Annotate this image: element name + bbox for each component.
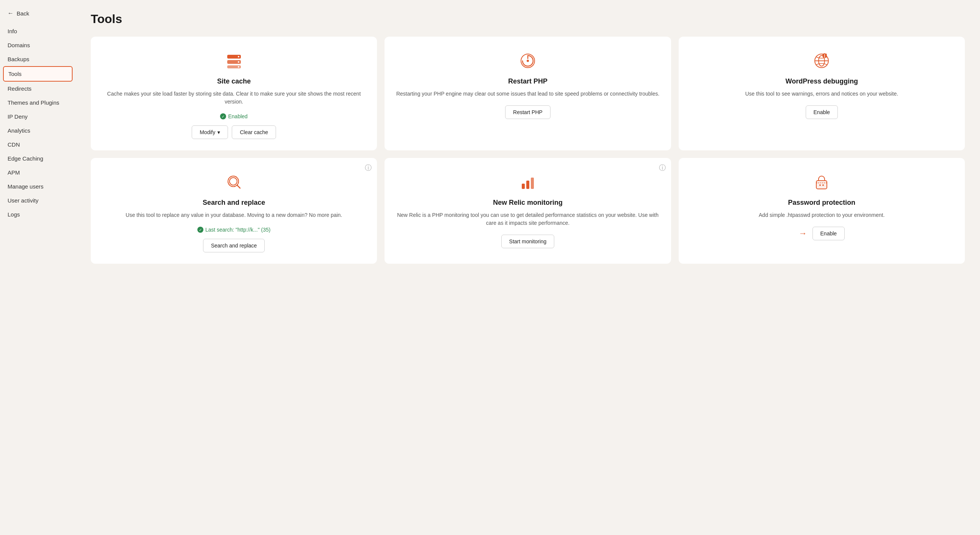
- sidebar: ← Back InfoDomainsBackupsToolsRedirectsT…: [0, 0, 76, 535]
- card-desc: New Relic is a PHP monitoring tool you c…: [396, 211, 659, 227]
- svg-point-20: [229, 178, 237, 185]
- sidebar-item-ip-deny[interactable]: IP Deny: [0, 110, 76, 124]
- card-title: New Relic monitoring: [493, 199, 563, 207]
- card-actions: Enable: [806, 105, 838, 119]
- sidebar-item-analytics[interactable]: Analytics: [0, 124, 76, 138]
- svg-rect-22: [522, 184, 525, 189]
- status-label: Last search: "http://k..." (35): [205, 227, 271, 233]
- btn-clear-cache[interactable]: Clear cache: [232, 125, 276, 139]
- svg-point-27: [819, 184, 821, 186]
- svg-line-19: [237, 185, 240, 188]
- sidebar-item-cdn[interactable]: CDN: [0, 138, 76, 151]
- card-actions: Modify ▾Clear cache: [192, 125, 276, 139]
- arrow-right-icon: →: [799, 229, 807, 238]
- card-icon-password-protection: [811, 171, 832, 193]
- card-title: Search and replace: [203, 199, 265, 207]
- card-new-relic: ⓘ New Relic monitoringNew Relic is a PHP…: [385, 158, 671, 264]
- card-icon-restart-php: [517, 50, 538, 71]
- card-title: Password protection: [788, 199, 855, 207]
- btn-modify[interactable]: Modify ▾: [192, 125, 228, 139]
- svg-point-28: [822, 184, 824, 186]
- svg-point-7: [527, 60, 529, 62]
- check-icon: ✓: [220, 113, 226, 119]
- sidebar-item-apm[interactable]: APM: [0, 165, 76, 179]
- sidebar-item-logs[interactable]: Logs: [0, 208, 76, 221]
- sidebar-item-info[interactable]: Info: [0, 24, 76, 38]
- sidebar-item-redirects[interactable]: Redirects: [0, 82, 76, 95]
- svg-point-14: [824, 57, 825, 58]
- card-desc: Cache makes your site load faster by sto…: [102, 90, 366, 106]
- status-search: ✓ Last search: "http://k..." (35): [197, 227, 271, 233]
- card-site-cache: Site cacheCache makes your site load fas…: [91, 37, 377, 150]
- sidebar-item-manage-users[interactable]: Manage users: [0, 179, 76, 194]
- info-icon[interactable]: ⓘ: [659, 163, 666, 172]
- svg-point-3: [238, 56, 239, 57]
- card-desc: Add simple .htpasswd protection to your …: [759, 211, 885, 219]
- card-title: Restart PHP: [508, 78, 547, 86]
- sidebar-item-themes-plugins[interactable]: Themes and Plugins: [0, 95, 76, 110]
- back-label: Back: [17, 10, 29, 17]
- card-password-protection: Password protectionAdd simple .htpasswd …: [679, 158, 965, 264]
- back-button[interactable]: ← Back: [0, 6, 76, 24]
- btn-restart-php[interactable]: Restart PHP: [505, 105, 550, 119]
- svg-rect-24: [531, 178, 534, 189]
- card-actions: Restart PHP: [505, 105, 550, 119]
- status-enabled: ✓ Enabled: [220, 113, 247, 119]
- card-actions: →Enable: [799, 227, 845, 240]
- main-content: Tools Site cacheCache makes your site lo…: [76, 0, 980, 535]
- back-arrow-icon: ←: [8, 10, 14, 17]
- sidebar-item-tools[interactable]: Tools: [3, 66, 73, 82]
- sidebar-item-backups[interactable]: Backups: [0, 52, 76, 66]
- btn-start-monitoring[interactable]: Start monitoring: [501, 235, 555, 248]
- card-desc: Use this tool to replace any value in yo…: [126, 211, 342, 219]
- sidebar-item-edge-caching[interactable]: Edge Caching: [0, 151, 76, 165]
- card-title: Site cache: [217, 78, 251, 86]
- status-label: Enabled: [228, 113, 247, 119]
- card-icon-site-cache: [223, 50, 245, 71]
- card-wordpress-debugging: WordPress debuggingUse this tool to see …: [679, 37, 965, 150]
- card-icon-new-relic: [517, 171, 538, 193]
- btn-enable-debugging[interactable]: Enable: [806, 105, 838, 119]
- dropdown-arrow-icon: ▾: [217, 129, 220, 135]
- card-search-replace: ⓘ Search and replaceUse this tool to rep…: [91, 158, 377, 264]
- card-actions: Start monitoring: [501, 235, 555, 248]
- card-restart-php: Restart PHPRestarting your PHP engine ma…: [385, 37, 671, 150]
- page-title: Tools: [91, 12, 965, 26]
- sidebar-item-user-activity[interactable]: User activity: [0, 194, 76, 208]
- card-actions: Search and replace: [203, 239, 265, 252]
- svg-point-5: [238, 66, 239, 68]
- card-title: WordPress debugging: [785, 78, 858, 86]
- svg-point-4: [238, 61, 239, 63]
- card-icon-search-replace: [223, 171, 245, 193]
- svg-rect-26: [816, 181, 827, 189]
- btn-enable-password[interactable]: Enable: [813, 227, 845, 240]
- sidebar-nav: InfoDomainsBackupsToolsRedirectsThemes a…: [0, 24, 76, 221]
- card-icon-wordpress-debugging: [811, 50, 832, 71]
- svg-rect-23: [526, 181, 529, 189]
- card-desc: Restarting your PHP engine may clear out…: [396, 90, 659, 98]
- card-desc: Use this tool to see warnings, errors an…: [745, 90, 898, 98]
- btn-search-replace-btn[interactable]: Search and replace: [203, 239, 265, 252]
- tools-grid: Site cacheCache makes your site load fas…: [91, 37, 965, 264]
- check-icon: ✓: [197, 227, 204, 233]
- sidebar-item-domains[interactable]: Domains: [0, 38, 76, 52]
- info-icon[interactable]: ⓘ: [365, 163, 372, 172]
